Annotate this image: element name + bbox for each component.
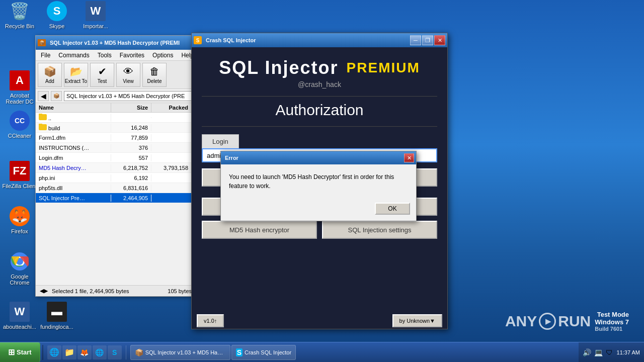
sql-injector-titlebar[interactable]: S Crash SQL Injector ─ ❐ ✕ — [192, 33, 447, 47]
error-close-button[interactable]: ✕ — [404, 153, 414, 162]
taskbar-sql-label: Crash SQL Injector — [245, 349, 291, 355]
file-name: Login.dfm — [36, 154, 111, 161]
file-size: 6,192 — [111, 174, 151, 182]
file-name: build — [36, 124, 111, 132]
winrar-view-button[interactable]: 👁 View — [116, 63, 140, 87]
error-dialog: Error ✕ You need to launch 'MD5 Hash Dec… — [220, 151, 417, 221]
desktop-icon-chrome[interactable]: Google Chrome — [2, 251, 37, 286]
file-name: .. — [36, 114, 111, 122]
taskbar-network-icon[interactable]: 🔊 — [583, 348, 591, 356]
taskbar-ie-icon[interactable]: 🌐 — [47, 345, 61, 359]
file-packed — [151, 117, 192, 118]
winrar-icon: 📦 — [38, 39, 46, 46]
taskbar-time-text: 11:37 AM — [617, 349, 640, 355]
file-size: 6,218,752 — [111, 164, 151, 171]
taskbar-explorer-icon[interactable]: 📁 — [62, 345, 76, 359]
desktop-icon-label-word2: aboutteachi... — [3, 324, 36, 330]
winrar-menu-options[interactable]: Options — [148, 51, 177, 60]
winrar-add-label: Add — [45, 78, 54, 84]
sql-injection-settings-button[interactable]: SQL Injection settings — [322, 221, 437, 239]
winrar-test-button[interactable]: ✔ Test — [90, 63, 114, 87]
winrar-menu-favorites[interactable]: Favorites — [116, 51, 148, 60]
winrar-add-button[interactable]: 📦 Add — [38, 63, 62, 87]
desktop-icon-word2[interactable]: W aboutteachi... — [2, 302, 37, 330]
winrar-col-name: Name — [36, 103, 111, 112]
winrar-col-packed: Packed — [151, 103, 192, 112]
taskbar-sep — [126, 345, 126, 359]
file-packed — [151, 188, 192, 189]
desktop-icon-label-chrome: Google Chrome — [2, 274, 37, 286]
taskbar-quicklaunch: 🌐 📁 🦊 🌐 S — [45, 345, 124, 359]
winrar-menu-commands[interactable]: Commands — [54, 51, 93, 60]
taskbar-skype-icon[interactable]: S — [108, 345, 122, 359]
sql-tab-login-button[interactable]: Login — [202, 134, 239, 148]
anyrun-watermark: ANY ▶ RUN Test Mode Windows 7 Build 7601 — [505, 311, 629, 332]
sql-minimize-button[interactable]: ─ — [410, 35, 421, 45]
taskbar-clock[interactable]: 11:37 AM — [617, 349, 640, 355]
taskbar-tray: 🔊 💻 🛡 11:37 AM — [579, 342, 644, 362]
file-name: php5ts.dll — [36, 185, 111, 192]
error-dialog-body: You need to launch 'MD5 Hash Decryptor' … — [221, 164, 416, 199]
desktop-icon-recycle-bin[interactable]: 🗑️ Recycle Bin — [2, 1, 37, 29]
sql-injector-title: Crash SQL Injector — [204, 37, 410, 43]
taskbar-volume-icon[interactable]: 💻 — [594, 348, 603, 356]
start-button[interactable]: ⊞ Start — [0, 342, 40, 362]
file-name: MD5 Hash Decry… — [36, 164, 111, 171]
sql-header-handle: @crash_hack — [202, 80, 437, 88]
desktop-icon-label-acrobat: Acrobat Reader DC — [2, 93, 37, 105]
sql-footer-version-button[interactable]: v1.0↑ — [197, 314, 224, 327]
desktop-icon-label-skype: Skype — [49, 23, 65, 29]
taskbar-item-winrar[interactable]: 📦 SQL Injector v1.03 + MD5 Hash Decrypto… — [130, 345, 230, 360]
error-message: You need to launch 'MD5 Hash Decryptor' … — [229, 172, 408, 191]
desktop-icon-skype[interactable]: S Skype — [39, 1, 74, 29]
sql-close-button[interactable]: ✕ — [434, 35, 445, 45]
sql-login-tab[interactable]: Login — [202, 134, 437, 148]
add-icon: 📦 — [44, 65, 56, 77]
winrar-delete-label: Delete — [147, 78, 162, 84]
taskbar-ie2-icon[interactable]: 🌐 — [93, 345, 107, 359]
sql-divider-top — [202, 96, 437, 97]
file-packed — [151, 127, 192, 128]
anyrun-os: Windows 7 — [595, 318, 629, 326]
sql-header-title: SQL Injector — [219, 57, 338, 78]
winrar-delete-button[interactable]: 🗑 Delete — [142, 63, 167, 87]
anyrun-test-mode: Test Mode — [595, 311, 629, 318]
start-label: Start — [17, 348, 32, 356]
file-size: 77,859 — [111, 134, 151, 141]
winrar-menu-file[interactable]: File — [37, 51, 54, 60]
sql-restore-button[interactable]: ❐ — [422, 35, 433, 45]
sql-md5-button[interactable]: MD5 Hash encryptor — [202, 221, 317, 239]
winrar-view-label: View — [123, 78, 134, 84]
file-size: 16,248 — [111, 124, 151, 131]
winrar-extract-label: Extract To — [65, 78, 87, 84]
taskbar-security-icon[interactable]: 🛡 — [606, 348, 613, 356]
file-name: Form1.dfm — [36, 134, 111, 141]
sql-divider-mid — [202, 126, 437, 127]
desktop-icon-ccleaner[interactable]: CC CCleaner — [2, 111, 37, 139]
delete-icon: 🗑 — [149, 66, 159, 77]
taskbar-item-sqlinjector[interactable]: S Crash SQL Injector — [231, 345, 296, 360]
winrar-menu-tools[interactable]: Tools — [94, 51, 116, 60]
desktop-icon-acrobat[interactable]: A Acrobat Reader DC — [2, 70, 37, 105]
desktop-icon-word[interactable]: W Importar... — [78, 1, 113, 29]
desktop-icon-filezilla[interactable]: FZ FileZilla Client — [2, 161, 37, 189]
error-dialog-titlebar[interactable]: Error ✕ — [221, 151, 416, 164]
anyrun-mode-block: Test Mode Windows 7 Build 7601 — [595, 311, 629, 332]
desktop-icon-label-filezilla: FileZilla Client — [2, 183, 37, 189]
error-ok-button[interactable]: OK — [375, 203, 410, 215]
sql-footer-unknown-button[interactable]: by Unknown▼ — [392, 314, 442, 327]
file-size: 6,831,616 — [111, 185, 151, 192]
taskbar-firefox-icon[interactable]: 🦊 — [77, 345, 92, 359]
sql-window-controls[interactable]: ─ ❐ ✕ — [410, 35, 445, 45]
desktop-icon-label-funding: fundingloca... — [40, 324, 73, 330]
winrar-back-button[interactable]: ◀ — [38, 91, 49, 101]
desktop-icon-label: Recycle Bin — [5, 23, 34, 29]
file-size — [111, 117, 151, 118]
taskbar-divider — [42, 345, 43, 360]
windows-logo-icon: ⊞ — [8, 347, 15, 357]
desktop-icon-funding[interactable]: ▬ fundingloca... — [39, 302, 74, 330]
winrar-extract-button[interactable]: 📂 Extract To — [64, 63, 88, 87]
file-packed — [151, 177, 192, 178]
winrar-test-label: Test — [98, 78, 107, 84]
desktop-icon-firefox[interactable]: 🦊 Firefox — [2, 206, 37, 234]
